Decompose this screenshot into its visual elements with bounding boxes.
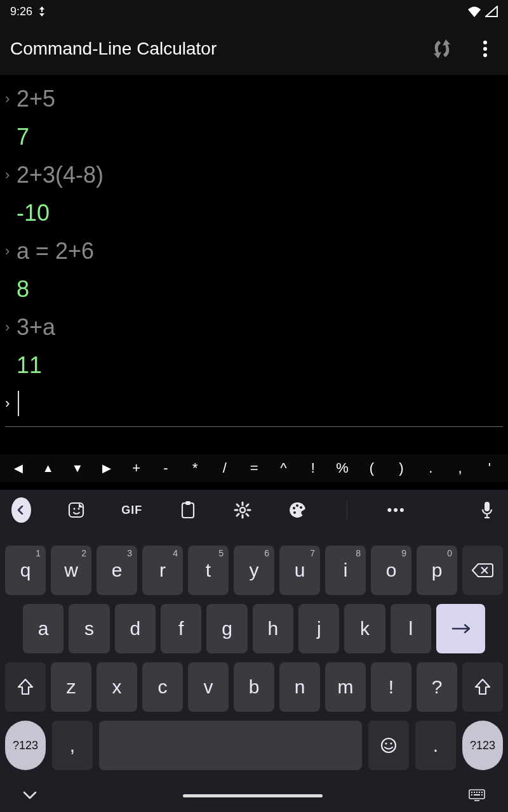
- app-title: Command-Line Calculator: [10, 39, 429, 59]
- sym-percent[interactable]: %: [328, 460, 357, 476]
- key-o[interactable]: o9: [371, 546, 411, 595]
- key-c[interactable]: c: [142, 662, 183, 712]
- svg-point-20: [293, 511, 296, 514]
- toolbar-more-button[interactable]: •••: [387, 497, 406, 523]
- key-x[interactable]: x: [97, 662, 137, 712]
- key-j[interactable]: j: [298, 604, 339, 653]
- toolbar-collapse-button[interactable]: [11, 497, 31, 523]
- nav-down-button[interactable]: ▼: [63, 462, 92, 475]
- key-enter[interactable]: [436, 604, 485, 653]
- key-m[interactable]: m: [325, 662, 366, 712]
- nav-handle[interactable]: [183, 794, 323, 797]
- key-b[interactable]: b: [234, 662, 274, 712]
- svg-point-18: [296, 504, 298, 507]
- keyboard-switcher-button[interactable]: [469, 789, 485, 802]
- svg-rect-34: [479, 792, 480, 793]
- sym-bang[interactable]: !: [298, 460, 328, 476]
- sym-equals[interactable]: =: [239, 460, 269, 476]
- sym-comma[interactable]: ,: [445, 460, 474, 476]
- svg-rect-35: [481, 792, 483, 793]
- key-y[interactable]: y6: [234, 546, 274, 595]
- key-l[interactable]: l: [391, 604, 431, 653]
- key-i[interactable]: i8: [325, 546, 366, 595]
- key-backspace[interactable]: [462, 546, 503, 595]
- status-bar: 9:26: [0, 0, 508, 23]
- mic-icon[interactable]: [477, 497, 497, 523]
- key-u[interactable]: u7: [279, 546, 320, 595]
- key-shift-left[interactable]: [5, 662, 46, 712]
- more-options-button[interactable]: [472, 36, 498, 62]
- key-n[interactable]: n: [279, 662, 320, 712]
- sym-apos[interactable]: ': [475, 460, 504, 476]
- key-shift-right[interactable]: [462, 662, 503, 712]
- svg-point-29: [390, 742, 392, 744]
- gear-icon[interactable]: [233, 497, 253, 523]
- console: ›2+5 7 ›2+3(4-8) -10 ›a = 2+6 8 ›3+a 11 …: [0, 75, 508, 427]
- key-bang[interactable]: !: [371, 662, 411, 712]
- nav-left-button[interactable]: ◀: [4, 461, 33, 475]
- key-emoji[interactable]: [368, 721, 409, 770]
- key-g[interactable]: g: [206, 604, 247, 653]
- svg-rect-6: [182, 503, 194, 518]
- history-input: ›2+3(4-8): [5, 156, 503, 194]
- sym-star[interactable]: *: [180, 460, 210, 476]
- sym-lparen[interactable]: (: [357, 460, 386, 476]
- wifi-icon: [467, 6, 481, 17]
- sym-dot[interactable]: .: [416, 460, 445, 476]
- key-comma[interactable]: ,: [52, 721, 93, 770]
- svg-point-27: [382, 738, 396, 752]
- status-icon: [37, 6, 46, 16]
- command-input[interactable]: ›: [5, 384, 503, 427]
- history-input: ›2+5: [5, 80, 503, 118]
- nav-right-button[interactable]: ▶: [92, 461, 121, 475]
- svg-point-8: [240, 508, 245, 513]
- text-cursor: [18, 391, 19, 416]
- app-bar: Command-Line Calculator: [0, 23, 508, 75]
- sym-rparen[interactable]: ): [387, 460, 416, 476]
- sticker-icon[interactable]: [67, 497, 86, 523]
- keyboard: q1 w2 e3 r4 t5 y6 u7 i8 o9 p0 a s d f g …: [0, 530, 508, 785]
- key-v[interactable]: v: [188, 662, 229, 712]
- key-s[interactable]: s: [69, 604, 109, 653]
- keyboard-toolbar: GIF •••: [0, 490, 508, 530]
- key-z[interactable]: z: [51, 662, 91, 712]
- clipboard-icon[interactable]: [178, 497, 197, 523]
- nav-up-button[interactable]: ▲: [33, 462, 62, 475]
- palette-icon[interactable]: [288, 497, 307, 523]
- key-t[interactable]: t5: [188, 546, 229, 595]
- history-output: 8: [5, 270, 503, 308]
- key-p[interactable]: p0: [417, 546, 457, 595]
- key-a[interactable]: a: [23, 604, 64, 653]
- key-space[interactable]: [99, 721, 362, 770]
- key-symbols-left[interactable]: ?123: [5, 721, 46, 770]
- key-w[interactable]: w2: [51, 546, 91, 595]
- nav-strip: [0, 779, 508, 812]
- sym-slash[interactable]: /: [210, 460, 239, 476]
- svg-point-1: [483, 47, 487, 51]
- svg-rect-31: [471, 792, 472, 793]
- key-h[interactable]: h: [253, 604, 293, 653]
- collapse-keyboard-button[interactable]: [23, 791, 37, 800]
- svg-line-14: [246, 514, 248, 516]
- sym-minus[interactable]: -: [151, 460, 180, 476]
- key-question[interactable]: ?: [417, 662, 457, 712]
- svg-point-5: [77, 508, 79, 510]
- key-d[interactable]: d: [115, 604, 156, 653]
- key-f[interactable]: f: [161, 604, 201, 653]
- gif-button[interactable]: GIF: [121, 497, 142, 523]
- key-q[interactable]: q1: [5, 546, 46, 595]
- svg-line-13: [237, 504, 239, 506]
- svg-rect-7: [185, 501, 190, 505]
- key-k[interactable]: k: [344, 604, 385, 653]
- key-symbols-right[interactable]: ?123: [462, 721, 503, 770]
- svg-rect-3: [69, 503, 83, 517]
- key-e[interactable]: e3: [97, 546, 137, 595]
- sym-caret[interactable]: ^: [269, 460, 298, 476]
- sync-button[interactable]: [429, 36, 455, 62]
- sym-plus[interactable]: +: [121, 460, 150, 476]
- key-r[interactable]: r4: [142, 546, 183, 595]
- svg-rect-36: [471, 794, 472, 796]
- svg-rect-37: [474, 794, 480, 796]
- clock: 9:26: [10, 5, 32, 18]
- key-dot[interactable]: .: [415, 721, 456, 770]
